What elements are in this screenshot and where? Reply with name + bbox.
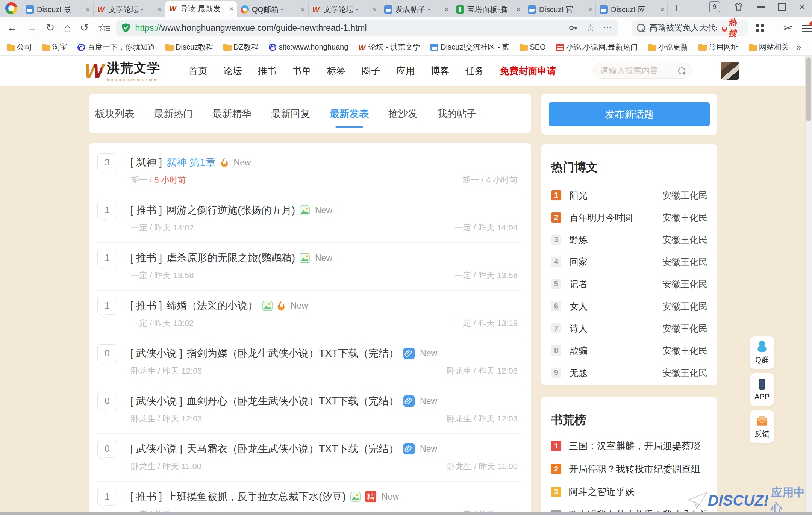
thread-author-time[interactable]: 一定 / 昨天 13:02	[131, 318, 194, 329]
floating-button[interactable]: APP	[750, 373, 774, 406]
hot-post-author[interactable]: 安徽王化民	[662, 189, 707, 201]
bookmark-star-icon[interactable]	[586, 22, 595, 34]
browser-tab[interactable]: 文学论坛 -	[309, 2, 380, 17]
thread-author-time[interactable]: 一定 / 昨天 14:02	[131, 222, 194, 233]
tab-close-icon[interactable]	[229, 4, 234, 13]
bookmark-item[interactable]: Discuz教程	[165, 42, 213, 52]
book-rank-item[interactable]: 3 阿斗之智近乎妖	[551, 480, 707, 503]
thread-title-link[interactable]: 上班摸鱼被抓，反手拉女总裁下水(汐豆)	[167, 490, 346, 503]
bookmark-item[interactable]: 常用网址	[698, 42, 739, 52]
thread-category[interactable]: [ 推书 ]	[130, 299, 162, 312]
page-scrollbar[interactable]	[805, 56, 812, 512]
browser-logo-icon[interactable]	[5, 2, 17, 14]
book-title[interactable]: 阿斗之智近乎妖	[569, 486, 635, 498]
hot-post-item[interactable]: 5 记者 安徽王化民	[551, 273, 707, 295]
hot-post-title[interactable]: 诗人	[570, 323, 588, 335]
bookmark-item[interactable]: SEO	[520, 43, 545, 52]
browser-tab[interactable]: 文学论坛 -	[94, 2, 165, 17]
thread-lastreply-time[interactable]: 卧龙生 / 昨天 12:03	[446, 413, 518, 424]
thread-category[interactable]: [ 推书 ]	[130, 203, 162, 217]
close-window-button[interactable]	[800, 3, 805, 11]
thread-title-link[interactable]: 虐杀原形的无限之旅(鹦鹉精)	[167, 251, 295, 265]
hot-post-item[interactable]: 4 回家 安徽王化民	[551, 251, 707, 273]
thread-title-link[interactable]: 网游之倒行逆施(张扬的五月)	[167, 203, 295, 217]
thread-category[interactable]: [ 武侠小说 ]	[130, 394, 182, 408]
thread-author-time[interactable]: 一定 / 昨天 13:58	[131, 270, 194, 281]
thread-lastreply-time[interactable]: 卧龙生 / 昨天 11:00	[447, 461, 518, 472]
book-title[interactable]: 开局停职？我转投市纪委调查组	[569, 463, 700, 475]
bookmarks-overflow-chevron[interactable]: »	[796, 41, 801, 53]
bookmark-item[interactable]: 淘宝	[42, 42, 67, 52]
bookmark-item[interactable]: site:www.honghuang	[269, 43, 348, 52]
thread-title-link[interactable]: 缔婚（法采的小说）	[167, 299, 258, 312]
theme-shirt-icon[interactable]	[734, 2, 744, 12]
hot-post-item[interactable]: 7 诗人 安徽王化民	[551, 317, 707, 339]
hot-search-box[interactable]: 高瑜被罢免人大代表 热搜	[632, 20, 748, 36]
nav-item[interactable]: 博客	[431, 65, 450, 77]
floating-button[interactable]: 反馈	[750, 410, 774, 443]
browser-tab[interactable]: Discuz! 官	[524, 2, 596, 17]
nav-item[interactable]: 应用	[396, 65, 415, 77]
thread-lastreply-time[interactable]: 一定 / 昨天 14:04	[454, 222, 518, 233]
hot-post-author[interactable]: 安徽王化民	[662, 345, 707, 357]
home-button[interactable]: ⌂	[64, 22, 71, 34]
thread-category[interactable]: [ 推书 ]	[130, 490, 162, 503]
nav-item[interactable]: 任务	[465, 65, 484, 77]
browser-tab[interactable]: Discuz! 最	[22, 2, 94, 17]
hot-post-title[interactable]: 回家	[570, 256, 588, 268]
nav-item[interactable]: 标签	[327, 65, 346, 77]
bookmark-item[interactable]: 公司	[7, 42, 32, 52]
browser-tab[interactable]: 发表帖子 -	[380, 2, 452, 17]
forum-tab[interactable]: 我的帖子	[437, 107, 476, 120]
thread-lastreply-time[interactable]: 胡一 / 4 小时前	[462, 174, 518, 186]
bookmark-item[interactable]: DZ教程	[223, 42, 259, 52]
book-rank-item[interactable]: 1 三国：汉室麒麟，开局迎娶蔡琰	[551, 435, 707, 457]
hot-post-item[interactable]: 8 欺骗 安徽王化民	[551, 339, 707, 362]
hot-post-author[interactable]: 安徽王化民	[662, 323, 707, 335]
hot-post-title[interactable]: 记者	[570, 278, 588, 290]
maximize-button[interactable]	[778, 3, 786, 11]
menu-icon[interactable]	[802, 24, 812, 32]
thread-author-time[interactable]: 卧龙生 / 昨天 11:00	[131, 461, 201, 472]
forum-tab[interactable]: 最新回复	[271, 107, 310, 120]
new-tab-button[interactable]	[673, 2, 680, 14]
thread-title-link[interactable]: 弑神 第1章	[167, 156, 216, 169]
forum-tab[interactable]: 板块列表	[95, 107, 134, 120]
hot-post-title[interactable]: 百年明月今时圆	[570, 212, 633, 224]
new-topic-button[interactable]: 发布新话题	[549, 102, 710, 126]
browser-tab[interactable]: Discuz! 应	[596, 2, 668, 17]
hot-post-item[interactable]: 9 无题 安徽王化民	[551, 362, 707, 384]
bookmark-list-icon[interactable]: ☆	[98, 23, 107, 33]
url-text[interactable]: https://www.honghuangwenxue.com/guide-ne…	[135, 23, 564, 33]
nav-item[interactable]: 论坛	[223, 65, 242, 77]
user-avatar[interactable]	[721, 62, 739, 80]
thread-category[interactable]: [ 推书 ]	[130, 251, 162, 265]
floating-button[interactable]: Q群	[750, 336, 774, 369]
apps-grid-icon[interactable]	[756, 24, 764, 32]
hot-post-author[interactable]: 安徽王化民	[662, 212, 707, 224]
address-bar[interactable]: https://www.honghuangwenxue.com/guide-ne…	[116, 20, 618, 36]
hot-post-item[interactable]: 6 女人 安徽王化民	[551, 295, 707, 317]
thread-category[interactable]: [ 弑神 ]	[130, 156, 162, 169]
tab-close-icon[interactable]	[588, 5, 592, 14]
bookmark-item[interactable]: 小说,小说网,最新热门	[556, 42, 638, 52]
tab-close-icon[interactable]	[86, 5, 90, 14]
tab-close-icon[interactable]	[301, 5, 305, 14]
hot-post-author[interactable]: 安徽王化民	[662, 256, 707, 268]
thread-lastreply-time[interactable]: 一定 / 昨天 13:19	[454, 318, 518, 329]
tab-close-icon[interactable]	[373, 5, 377, 14]
forum-tab[interactable]: 抢沙发	[388, 107, 418, 120]
nav-item[interactable]: 首页	[189, 65, 208, 77]
site-search-icon[interactable]	[678, 67, 685, 74]
hot-post-title[interactable]: 阳光	[570, 189, 588, 201]
tab-count-badge[interactable]: 9	[709, 1, 720, 12]
site-logo[interactable]: WW 洪荒文学 honghuangwenxue.com	[84, 59, 161, 82]
bookmark-item[interactable]: 小说更新	[648, 42, 688, 52]
thread-title-link[interactable]: 天马霜衣（卧龙生武侠小说）TXT下载（完结）	[187, 442, 399, 456]
hot-search-text[interactable]: 高瑜被罢免人大代表	[650, 22, 717, 33]
browser-tab[interactable]: 导读-最新发	[165, 1, 237, 17]
hot-post-title[interactable]: 野炼	[570, 234, 588, 246]
nav-item[interactable]: 圈子	[362, 65, 380, 77]
hot-post-title[interactable]: 欺骗	[570, 345, 588, 357]
hot-post-item[interactable]: 2 百年明月今时圆 安徽王化民	[551, 206, 707, 229]
